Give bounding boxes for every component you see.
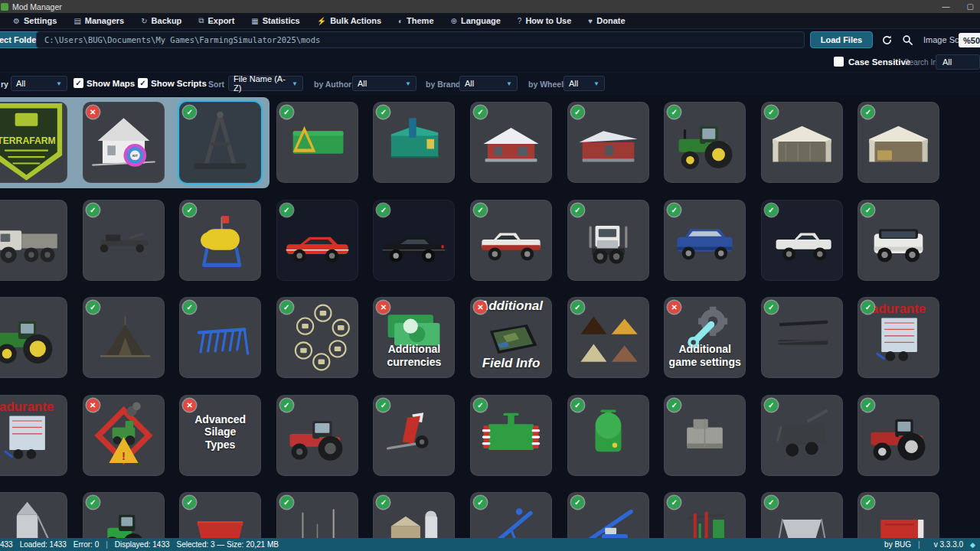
mod-tile[interactable]: ✓ — [858, 395, 939, 476]
mod-tile[interactable]: Additional game settings✕ — [664, 297, 746, 378]
status-ok-badge: ✓ — [474, 399, 487, 412]
mod-tile[interactable]: ✓ — [664, 492, 746, 538]
status-bar: 433 Loaded: 1433 Error: 0 | Displayed: 1… — [0, 538, 980, 551]
mod-tile[interactable]: adurante — [0, 395, 67, 476]
mod-tile[interactable]: ✓ — [373, 200, 455, 281]
mod-tile[interactable]: ✓ — [761, 200, 843, 281]
mod-tile[interactable]: ✓ — [567, 200, 649, 281]
sort-select[interactable]: File Name (A-Z)▼ — [228, 76, 303, 91]
author-select[interactable]: All▼ — [352, 76, 416, 91]
brand-select[interactable]: All▼ — [459, 76, 518, 91]
mod-tile[interactable]: ✓ — [664, 395, 746, 476]
mod-tile[interactable]: ✓ — [567, 297, 649, 378]
mod-tile[interactable]: ✓ — [858, 200, 939, 281]
mod-tile[interactable]: ✓ — [470, 492, 552, 538]
mod-tile[interactable]: ✓ — [179, 297, 261, 378]
mod-tile[interactable]: ✓ — [567, 492, 649, 538]
status-ok-badge: ✓ — [571, 106, 584, 119]
mod-tile-label: Additional currencies — [373, 343, 455, 368]
window-title: Mod Manager — [12, 2, 62, 11]
case-sensitive-checkbox[interactable] — [834, 57, 844, 67]
mod-tile[interactable]: ✓ — [761, 102, 843, 183]
mod-tile[interactable]: ✓ — [664, 200, 746, 281]
refresh-button[interactable] — [877, 31, 896, 48]
mod-tile[interactable]: ✓ — [373, 395, 455, 476]
help-icon: ? — [518, 17, 522, 25]
mod-tile[interactable]: ✓ — [276, 200, 358, 281]
show-scripts-checkbox[interactable]: ✓ — [138, 78, 148, 88]
mod-tile[interactable]: !✕ — [83, 395, 165, 476]
mod-tile[interactable] — [0, 200, 67, 281]
mod-tile[interactable] — [0, 297, 67, 378]
status-selected-size: Selected: 3 — Size: 20,21 MB — [177, 540, 279, 549]
mod-tile[interactable]: ✓ — [373, 492, 455, 538]
mod-tile[interactable]: TERRAFARM — [0, 102, 67, 183]
mod-tile[interactable]: ✓ — [567, 395, 649, 476]
mod-tile[interactable]: AdditionalField Info✕ — [470, 297, 552, 378]
mod-tile[interactable] — [0, 492, 67, 538]
mod-tile[interactable]: ✓ — [83, 492, 165, 538]
mod-tile[interactable]: KIT✕ — [83, 102, 165, 183]
category-select[interactable]: All▼ — [11, 76, 67, 91]
mod-tile[interactable]: ✓ — [179, 492, 261, 538]
backup-icon: ↻ — [141, 17, 147, 25]
menu-item-settings[interactable]: ⚙Settings — [5, 13, 65, 29]
status-error: Error: 0 — [74, 540, 99, 549]
mod-tile[interactable]: ✓ — [276, 492, 358, 538]
menu-item-label: Export — [207, 16, 234, 25]
statistics-icon: ▦ — [251, 17, 258, 25]
mod-tile[interactable]: ✓ — [276, 395, 358, 476]
window-minimize-button[interactable]: — — [942, 2, 950, 11]
mod-tile[interactable]: adurante✓ — [858, 297, 939, 378]
status-displayed: Displayed: 1433 — [115, 540, 170, 549]
image-scale-value[interactable]: %50 — [959, 33, 980, 47]
load-files-button[interactable]: Load Files — [810, 31, 873, 48]
lightning-icon: ⚡ — [317, 17, 326, 25]
menu-item-backup[interactable]: ↻Backup — [132, 13, 190, 29]
menu-item-bulk-actions[interactable]: ⚡Bulk Actions — [309, 13, 390, 29]
status-ok-badge: ✓ — [87, 204, 100, 217]
status-ok-badge: ✓ — [765, 204, 778, 217]
app-icon — [1, 3, 8, 11]
menu-item-donate[interactable]: ♥Donate — [580, 13, 633, 29]
mod-thumbnail — [0, 200, 67, 281]
status-ok-badge: ✓ — [377, 204, 390, 217]
mod-tile[interactable]: ✓ — [179, 200, 261, 281]
mod-tile[interactable]: ✓ — [470, 102, 552, 183]
donate-icon: ♥ — [588, 17, 593, 25]
mod-tile[interactable]: ✓ — [83, 297, 165, 378]
mod-tile[interactable]: ✓ — [276, 102, 358, 183]
search-button[interactable] — [898, 31, 916, 48]
mod-tile[interactable]: ✓ — [276, 297, 358, 378]
update-icon[interactable]: ◆ — [970, 541, 975, 549]
mod-tile[interactable]: ✓ — [761, 395, 843, 476]
window-maximize-button[interactable]: ▢ — [967, 2, 974, 11]
svg-text:adurante: adurante — [871, 302, 926, 316]
mod-tile[interactable]: Advanced Silage Types✕ — [179, 395, 261, 476]
mod-tile[interactable]: ✓ — [761, 297, 843, 378]
status-total: 433 — [0, 540, 13, 549]
mod-tile[interactable]: ✓ — [83, 200, 165, 281]
svg-text:TERRAFARM: TERRAFARM — [0, 135, 56, 146]
mod-tile[interactable]: ✓ — [179, 102, 261, 183]
mod-tile[interactable]: ✓ — [470, 200, 552, 281]
mod-tile[interactable]: ✓ — [858, 492, 939, 538]
menu-item-theme[interactable]: ◐Theme — [390, 13, 443, 29]
mod-tile[interactable]: ✓ — [470, 395, 552, 476]
search-in-select[interactable]: All — [936, 54, 980, 70]
mod-tile[interactable]: ✓ — [373, 102, 455, 183]
menu-item-managers[interactable]: ▤Managers — [65, 13, 132, 29]
wheel-select[interactable]: All▼ — [564, 76, 605, 91]
title-bar: Mod Manager — ▢ — [0, 0, 980, 13]
mod-tile[interactable]: ✓ — [761, 492, 843, 538]
menu-item-language[interactable]: ⊕Language — [443, 13, 509, 29]
menu-item-how-to-use[interactable]: ?How to Use — [509, 13, 580, 29]
mod-tile[interactable]: ✓ — [567, 102, 649, 183]
show-maps-checkbox[interactable]: ✓ — [74, 78, 83, 88]
mods-path-input[interactable]: C:\Users\BUG\Documents\My Games\FarmingS… — [36, 31, 805, 48]
mod-tile[interactable]: ✓ — [858, 102, 939, 183]
mod-tile[interactable]: Additional currencies✕ — [373, 297, 455, 378]
menu-item-statistics[interactable]: ▦Statistics — [243, 13, 308, 29]
menu-item-export[interactable]: ⧉Export — [190, 13, 243, 29]
mod-tile[interactable]: ✓ — [664, 102, 746, 183]
